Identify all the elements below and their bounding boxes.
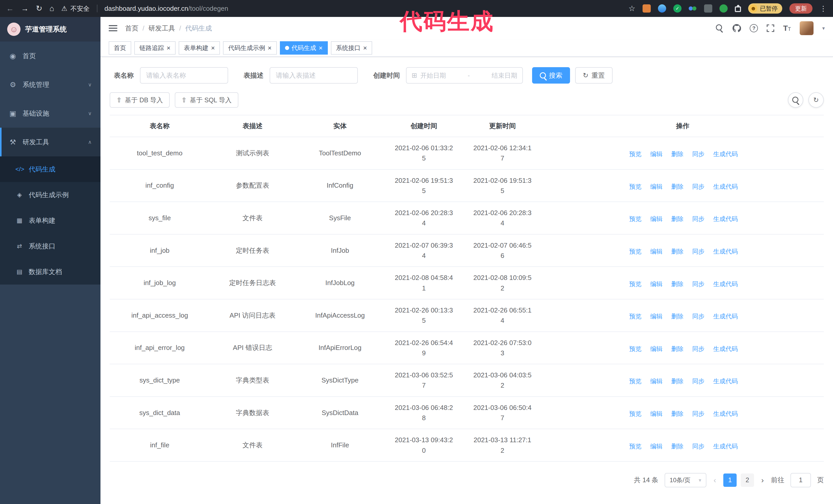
action-generate-code[interactable]: 生成代码 (712, 215, 738, 223)
tab-form-builder[interactable]: 表单构建× (178, 41, 220, 55)
profile-paused-chip[interactable]: ☻ 已暂停 (748, 3, 782, 14)
action-preview[interactable]: 预览 (628, 280, 642, 288)
breadcrumb-dev-tools[interactable]: 研发工具 (148, 24, 175, 33)
prev-page-button[interactable]: ‹ (713, 476, 717, 484)
action-edit[interactable]: 编辑 (649, 312, 663, 320)
refresh-table-button[interactable]: ↻ (808, 92, 824, 108)
action-edit[interactable]: 编辑 (649, 377, 663, 385)
tab-codegen[interactable]: 代码生成× (280, 41, 328, 55)
action-preview[interactable]: 预览 (628, 345, 642, 353)
action-generate-code[interactable]: 生成代码 (712, 183, 738, 191)
action-delete[interactable]: 删除 (670, 215, 684, 223)
action-sync[interactable]: 同步 (691, 312, 705, 320)
action-preview[interactable]: 预览 (628, 410, 642, 418)
sidebar-item-codegen[interactable]: </> 代码生成 (0, 157, 100, 182)
action-sync[interactable]: 同步 (691, 215, 705, 223)
extension-icon[interactable] (719, 4, 728, 13)
security-indicator[interactable]: ⚠ 不安全 (61, 4, 90, 13)
import-sql-button[interactable]: ⇧ 基于 SQL 导入 (175, 92, 238, 108)
collapse-menu-icon[interactable] (109, 24, 117, 33)
action-sync[interactable]: 同步 (691, 280, 705, 288)
action-edit[interactable]: 编辑 (649, 247, 663, 256)
action-preview[interactable]: 预览 (628, 377, 642, 385)
date-range-picker[interactable]: ⊞ 开始日期 - 结束日期 (406, 67, 523, 83)
help-icon[interactable]: ? (750, 24, 758, 32)
import-db-button[interactable]: ⇧ 基于 DB 导入 (110, 92, 170, 108)
action-preview[interactable]: 预览 (628, 312, 642, 320)
action-delete[interactable]: 删除 (670, 280, 684, 288)
action-preview[interactable]: 预览 (628, 215, 642, 223)
page-1-button[interactable]: 1 (723, 474, 737, 487)
action-preview[interactable]: 预览 (628, 442, 642, 450)
sidebar-item-system-management[interactable]: ⚙ 系统管理 ∨ (0, 70, 100, 99)
action-delete[interactable]: 删除 (670, 442, 684, 450)
action-generate-code[interactable]: 生成代码 (712, 345, 738, 353)
action-sync[interactable]: 同步 (691, 247, 705, 256)
action-generate-code[interactable]: 生成代码 (712, 377, 738, 385)
action-delete[interactable]: 删除 (670, 345, 684, 353)
action-delete[interactable]: 删除 (670, 410, 684, 418)
home-icon[interactable]: ⌂ (49, 5, 54, 12)
page-size-select[interactable]: 10条/页 ▾ (665, 473, 706, 487)
goto-page-input[interactable] (790, 473, 811, 487)
close-icon[interactable]: × (211, 45, 215, 51)
extension-people-icon[interactable] (689, 4, 697, 13)
sidebar-item-codegen-example[interactable]: ◈ 代码生成示例 (0, 182, 100, 208)
action-sync[interactable]: 同步 (691, 183, 705, 191)
action-sync[interactable]: 同步 (691, 442, 705, 450)
tab-codegen-example[interactable]: 代码生成示例× (223, 41, 277, 55)
action-edit[interactable]: 编辑 (649, 183, 663, 191)
tab-trace[interactable]: 链路追踪× (134, 41, 175, 55)
sidebar-item-system-api[interactable]: ⇄ 系统接口 (0, 233, 100, 259)
address-bar[interactable]: dashboard.yudao.iocoder.cn/tool/codegen (104, 5, 229, 13)
action-sync[interactable]: 同步 (691, 345, 705, 353)
action-preview[interactable]: 预览 (628, 247, 642, 256)
tab-home[interactable]: 首页 (109, 41, 131, 55)
close-icon[interactable]: × (363, 45, 367, 51)
action-preview[interactable]: 预览 (628, 150, 642, 158)
search-icon[interactable] (716, 24, 723, 32)
action-delete[interactable]: 删除 (670, 183, 684, 191)
sidebar-item-infrastructure[interactable]: ▣ 基础设施 ∨ (0, 99, 100, 128)
table-name-input[interactable] (140, 67, 228, 83)
extension-icon[interactable] (704, 4, 712, 13)
action-sync[interactable]: 同步 (691, 410, 705, 418)
tab-system-api[interactable]: 系统接口× (331, 41, 372, 55)
action-edit[interactable]: 编辑 (649, 215, 663, 223)
action-delete[interactable]: 删除 (670, 150, 684, 158)
action-edit[interactable]: 编辑 (649, 150, 663, 158)
user-avatar[interactable] (800, 21, 813, 35)
action-sync[interactable]: 同步 (691, 377, 705, 385)
sidebar-item-home[interactable]: ◉ 首页 (0, 42, 100, 70)
action-sync[interactable]: 同步 (691, 150, 705, 158)
caret-down-icon[interactable]: ▾ (822, 25, 825, 31)
extension-icon[interactable] (643, 4, 651, 13)
action-generate-code[interactable]: 生成代码 (712, 442, 738, 450)
action-edit[interactable]: 编辑 (649, 345, 663, 353)
reset-button[interactable]: ↻ 重置 (575, 67, 613, 83)
action-edit[interactable]: 编辑 (649, 442, 663, 450)
font-size-icon[interactable]: TT (783, 24, 791, 32)
sidebar-item-db-docs[interactable]: ▤ 数据库文档 (0, 259, 100, 285)
close-icon[interactable]: × (319, 45, 323, 51)
action-edit[interactable]: 编辑 (649, 280, 663, 288)
breadcrumb-home[interactable]: 首页 (125, 24, 138, 33)
action-generate-code[interactable]: 生成代码 (712, 247, 738, 256)
extension-icon[interactable] (658, 4, 666, 13)
reload-icon[interactable]: ↻ (36, 5, 42, 12)
search-button[interactable]: 搜索 (532, 67, 570, 83)
action-preview[interactable]: 预览 (628, 183, 642, 191)
github-icon[interactable] (732, 24, 741, 32)
extensions-puzzle-icon[interactable] (735, 6, 741, 12)
app-logo[interactable]: ☺ 芋道管理系统 (0, 17, 100, 42)
browser-update-button[interactable]: 更新 (789, 3, 812, 14)
action-edit[interactable]: 编辑 (649, 410, 663, 418)
sidebar-item-form-builder[interactable]: ▦ 表单构建 (0, 208, 100, 233)
close-icon[interactable]: × (167, 45, 170, 51)
close-icon[interactable]: × (268, 45, 271, 51)
action-generate-code[interactable]: 生成代码 (712, 410, 738, 418)
extension-check-icon[interactable]: ✓ (673, 4, 682, 13)
browser-menu-icon[interactable]: ⋮ (820, 4, 827, 13)
fullscreen-icon[interactable] (767, 24, 774, 32)
action-delete[interactable]: 删除 (670, 247, 684, 256)
